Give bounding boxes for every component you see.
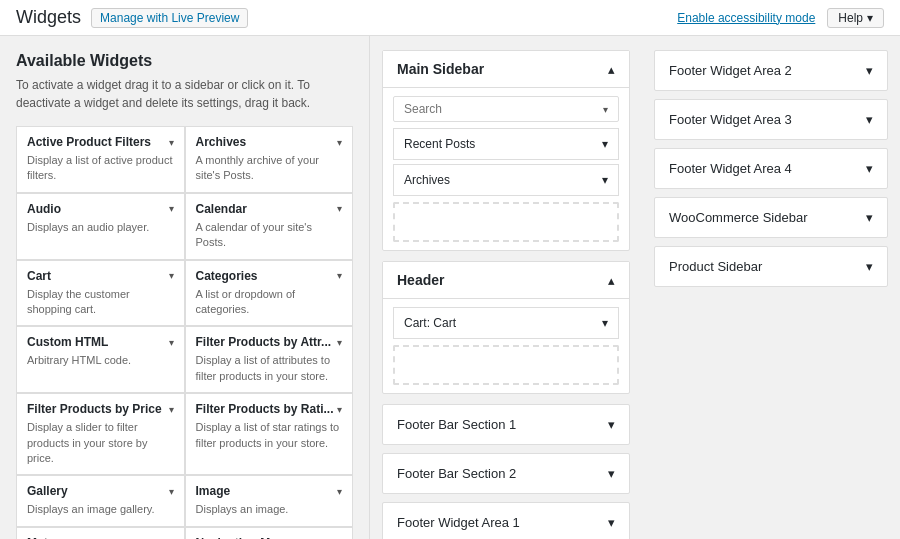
chevron-up-icon: ▴	[608, 273, 615, 288]
widget-desc: Display a list of attributes to filter p…	[196, 353, 343, 384]
help-label: Help	[838, 11, 863, 25]
widget-meta[interactable]: Meta ▾	[16, 527, 185, 539]
widget-calendar[interactable]: Calendar ▾ A calendar of your site's Pos…	[185, 193, 354, 260]
footer-widget-area-4[interactable]: Footer Widget Area 4 ▾	[654, 148, 888, 189]
widget-grid: Active Product Filters ▾ Display a list …	[16, 126, 353, 539]
footer-widget-area-1-header[interactable]: Footer Widget Area 1 ▾	[383, 503, 629, 539]
chevron-up-icon: ▴	[608, 62, 615, 77]
chevron-down-icon: ▾	[337, 337, 342, 348]
footer-widget-area-3[interactable]: Footer Widget Area 3 ▾	[654, 99, 888, 140]
chevron-down-icon: ▾	[602, 173, 608, 187]
help-chevron-icon: ▾	[867, 11, 873, 25]
footer-bar-section-2-area[interactable]: Footer Bar Section 2 ▾	[382, 453, 630, 494]
middle-panel: Main Sidebar ▴ ▾ Recent Posts ▾ Archives…	[370, 36, 642, 539]
chevron-down-icon: ▾	[866, 210, 873, 225]
chevron-down-icon: ▾	[866, 112, 873, 127]
main-sidebar-body: ▾ Recent Posts ▾ Archives ▾	[383, 88, 629, 250]
top-bar-right: Enable accessibility mode Help ▾	[677, 8, 884, 28]
widget-image[interactable]: Image ▾ Displays an image.	[185, 475, 354, 526]
widget-desc: Displays an image.	[196, 502, 343, 517]
inner-widget-cart[interactable]: Cart: Cart ▾	[393, 307, 619, 339]
widget-desc: Displays an image gallery.	[27, 502, 174, 517]
widget-filter-products-rating[interactable]: Filter Products by Rati... ▾ Display a l…	[185, 393, 354, 475]
widget-gallery[interactable]: Gallery ▾ Displays an image gallery.	[16, 475, 185, 526]
widget-filter-products-price[interactable]: Filter Products by Price ▾ Display a sli…	[16, 393, 185, 475]
widget-desc: Display the customer shopping cart.	[27, 287, 174, 318]
woocommerce-sidebar-title: WooCommerce Sidebar	[669, 210, 807, 225]
main-sidebar-title: Main Sidebar	[397, 61, 484, 77]
widget-cart[interactable]: Cart ▾ Display the customer shopping car…	[16, 260, 185, 327]
footer-bar-section-1-header[interactable]: Footer Bar Section 1 ▾	[383, 405, 629, 444]
chevron-down-icon: ▾	[608, 417, 615, 432]
product-sidebar[interactable]: Product Sidebar ▾	[654, 246, 888, 287]
chevron-down-icon: ▾	[169, 486, 174, 497]
chevron-down-icon: ▾	[337, 404, 342, 415]
product-sidebar-title: Product Sidebar	[669, 259, 762, 274]
widget-name: Calendar	[196, 202, 247, 216]
widget-name: Filter Products by Attr...	[196, 335, 332, 349]
search-bar[interactable]: ▾	[393, 96, 619, 122]
widget-categories[interactable]: Categories ▾ A list or dropdown of categ…	[185, 260, 354, 327]
widget-desc: Arbitrary HTML code.	[27, 353, 174, 368]
right-panel: Footer Widget Area 2 ▾ Footer Widget Are…	[642, 36, 900, 539]
header-area: Header ▴ Cart: Cart ▾	[382, 261, 630, 394]
chevron-down-icon: ▾	[608, 515, 615, 530]
chevron-down-icon: ▾	[608, 466, 615, 481]
search-dropdown-icon: ▾	[603, 104, 608, 115]
footer-widget-area-1-title: Footer Widget Area 1	[397, 515, 520, 530]
widget-desc: A monthly archive of your site's Posts.	[196, 153, 343, 184]
top-bar: Widgets Manage with Live Preview Enable …	[0, 0, 900, 36]
available-widgets-panel: Available Widgets To activate a widget d…	[0, 36, 370, 539]
widget-filter-products-attr[interactable]: Filter Products by Attr... ▾ Display a l…	[185, 326, 354, 393]
widget-custom-html[interactable]: Custom HTML ▾ Arbitrary HTML code.	[16, 326, 185, 393]
chevron-down-icon: ▾	[337, 137, 342, 148]
footer-bar-section-1-title: Footer Bar Section 1	[397, 417, 516, 432]
footer-widget-area-3-title: Footer Widget Area 3	[669, 112, 792, 127]
widget-active-product-filters[interactable]: Active Product Filters ▾ Display a list …	[16, 126, 185, 193]
main-sidebar-header[interactable]: Main Sidebar ▴	[383, 51, 629, 88]
widget-audio[interactable]: Audio ▾ Displays an audio player.	[16, 193, 185, 260]
manage-live-preview-link[interactable]: Manage with Live Preview	[91, 8, 248, 28]
chevron-down-icon: ▾	[169, 270, 174, 281]
widget-desc: Display a list of active product filters…	[27, 153, 174, 184]
chevron-down-icon: ▾	[337, 270, 342, 281]
sidebar-drop-placeholder	[393, 202, 619, 242]
chevron-down-icon: ▾	[337, 203, 342, 214]
footer-widget-area-2-title: Footer Widget Area 2	[669, 63, 792, 78]
footer-widget-area-1-area[interactable]: Footer Widget Area 1 ▾	[382, 502, 630, 539]
widget-desc: A calendar of your site's Posts.	[196, 220, 343, 251]
header-area-body: Cart: Cart ▾	[383, 299, 629, 393]
widget-desc: A list or dropdown of categories.	[196, 287, 343, 318]
widget-name: Filter Products by Price	[27, 402, 162, 416]
chevron-down-icon: ▾	[602, 316, 608, 330]
chevron-down-icon: ▾	[602, 137, 608, 151]
chevron-down-icon: ▾	[866, 63, 873, 78]
inner-widget-name: Cart: Cart	[404, 316, 456, 330]
inner-widget-recent-posts[interactable]: Recent Posts ▾	[393, 128, 619, 160]
widget-navigation-menu[interactable]: Navigation Menu ▾	[185, 527, 354, 539]
chevron-down-icon: ▾	[337, 486, 342, 497]
chevron-down-icon: ▾	[169, 203, 174, 214]
inner-widget-archives[interactable]: Archives ▾	[393, 164, 619, 196]
widget-name: Custom HTML	[27, 335, 108, 349]
chevron-down-icon: ▾	[866, 259, 873, 274]
inner-widget-name: Archives	[404, 173, 450, 187]
page-title: Widgets	[16, 7, 81, 28]
help-button[interactable]: Help ▾	[827, 8, 884, 28]
top-bar-left: Widgets Manage with Live Preview	[16, 7, 248, 28]
search-input[interactable]	[404, 102, 603, 116]
footer-bar-section-1-area[interactable]: Footer Bar Section 1 ▾	[382, 404, 630, 445]
available-widgets-title: Available Widgets	[16, 52, 353, 70]
woocommerce-sidebar[interactable]: WooCommerce Sidebar ▾	[654, 197, 888, 238]
header-drop-placeholder	[393, 345, 619, 385]
footer-widget-area-2[interactable]: Footer Widget Area 2 ▾	[654, 50, 888, 91]
widget-name: Cart	[27, 269, 51, 283]
widget-name: Categories	[196, 269, 258, 283]
header-area-header[interactable]: Header ▴	[383, 262, 629, 299]
widget-desc: Display a list of star ratings to filter…	[196, 420, 343, 451]
footer-bar-section-2-header[interactable]: Footer Bar Section 2 ▾	[383, 454, 629, 493]
widget-archives[interactable]: Archives ▾ A monthly archive of your sit…	[185, 126, 354, 193]
chevron-down-icon: ▾	[169, 337, 174, 348]
accessibility-link[interactable]: Enable accessibility mode	[677, 11, 815, 25]
main-layout: Available Widgets To activate a widget d…	[0, 36, 900, 539]
